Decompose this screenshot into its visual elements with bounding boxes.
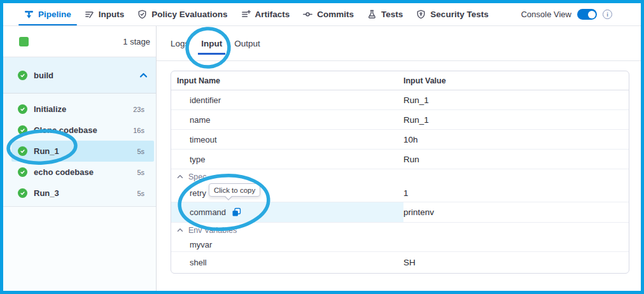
input-value: Run_1 [403,115,629,125]
pipeline-icon [24,10,34,19]
step-run-3[interactable]: Run_3 5s [3,183,156,204]
table-row-shell: shell SH [171,252,629,273]
chevron-up-icon [177,228,183,232]
input-name: timeout [171,130,403,149]
step-name: Run_3 [34,188,59,198]
input-name: type [171,150,403,169]
table-row-timeout: timeout 10h [171,130,629,150]
group-row-env-variables[interactable]: Env Variables [171,223,629,237]
success-check-icon [18,188,27,198]
success-check-icon [18,146,27,156]
execution-sidebar: 1 stage build Initialize 23s [3,26,157,291]
chevron-up-icon [177,174,183,179]
nav-tab-inputs[interactable]: Inputs [79,3,130,25]
group-label: Env Variables [188,226,237,235]
input-value: printenv [403,207,629,217]
column-header-input-value: Input Value [403,76,629,85]
input-name: command [190,207,226,217]
success-check-icon [18,167,27,177]
table-row-identifier: identifier Run_1 [171,90,629,110]
input-name: retry [171,184,403,202]
stage-header-build[interactable]: build [3,57,156,94]
table-row-myvar: myvar [171,237,629,252]
input-name: identifier [171,90,403,109]
success-check-icon [18,71,27,80]
tests-flask-icon [367,10,377,19]
table-row-type: type Run [171,150,629,169]
step-echo-codebase[interactable]: echo codebase 5s [3,162,156,183]
nav-tab-label: Policy Evaluations [151,10,227,19]
input-name: shell [171,252,403,273]
step-duration: 5s [137,190,144,197]
step-name: Initialize [34,104,66,114]
nav-tab-label: Pipeline [38,10,71,19]
input-value: SH [403,258,629,267]
stage-count-row: 1 stage [3,26,156,57]
nav-tab-label: Inputs [99,10,125,19]
step-clone-codebase[interactable]: Clone codebase 16s [3,120,156,141]
success-check-icon [18,104,27,114]
app-window: Pipeline Inputs Policy Evaluations Artif… [0,0,644,294]
column-header-input-name: Input Name [171,71,403,90]
step-name: echo codebase [34,167,94,177]
nav-tab-artifacts[interactable]: Artifacts [235,3,296,25]
group-label: Spec [188,172,207,181]
input-name: name [171,110,403,129]
input-name: myvar [171,237,403,251]
artifacts-icon [241,10,251,19]
page-body: 1 stage build Initialize 23s [3,26,641,291]
tab-output[interactable]: Output [234,39,260,48]
step-run-1[interactable]: Run_1 5s [11,141,154,162]
nav-tab-pipeline[interactable]: Pipeline [18,3,77,25]
info-icon[interactable]: i [603,10,612,19]
step-list: Initialize 23s Clone codebase 16s Run_1 … [3,94,156,207]
step-duration: 5s [137,169,144,176]
nav-tab-label: Security Tests [430,10,488,19]
step-name: Clone codebase [34,125,97,135]
step-name: Run_1 [34,146,59,156]
console-view-toggle[interactable] [577,9,597,20]
step-duration: 23s [133,106,144,113]
input-value: 10h [403,135,629,144]
nav-tab-security-tests[interactable]: Security Tests [410,3,494,25]
commit-icon [303,10,312,19]
console-view-label: Console View [521,10,571,19]
input-value: Run_1 [403,95,629,105]
nav-tab-label: Artifacts [255,10,290,19]
input-table: Input Name Input Value identifier Run_1 … [171,71,629,274]
table-row-name: name Run_1 [171,110,629,130]
nav-tab-label: Tests [381,10,403,19]
input-value: Run [403,155,629,164]
stage-name: build [34,71,53,80]
nav-tab-tests[interactable]: Tests [361,3,409,25]
input-value: 1 [403,188,629,198]
step-duration: 16s [133,127,144,134]
nav-tab-policy-evaluations[interactable]: Policy Evaluations [132,3,233,25]
group-row-spec[interactable]: Spec [171,169,629,184]
click-to-copy-tooltip: Click to copy [209,183,260,197]
nav-tab-commits[interactable]: Commits [297,3,360,25]
nav-tab-label: Commits [317,10,354,19]
nav-right-controls: Console View i [521,9,612,20]
stage-status-square-icon [19,37,29,46]
step-detail-panel: Logs Input Output Input Name Input Value… [157,26,641,291]
tab-logs[interactable]: Logs [171,39,189,48]
step-initialize[interactable]: Initialize 23s [3,99,156,120]
stage-count-label: 1 stage [123,37,150,46]
security-shield-icon [416,10,426,19]
step-duration: 5s [137,148,144,155]
input-table-header: Input Name Input Value [171,71,629,90]
top-nav: Pipeline Inputs Policy Evaluations Artif… [3,3,641,26]
tab-input[interactable]: Input [201,39,222,48]
input-name-highlighted: command [171,202,403,222]
policy-shield-icon [137,10,147,19]
divider [3,206,156,207]
detail-tabs: Logs Input Output [157,26,641,61]
inputs-icon [85,10,94,19]
table-row-command: command printenv [171,202,629,223]
copy-icon[interactable] [232,207,241,217]
chevron-up-icon[interactable] [139,73,148,78]
success-check-icon [18,125,27,135]
